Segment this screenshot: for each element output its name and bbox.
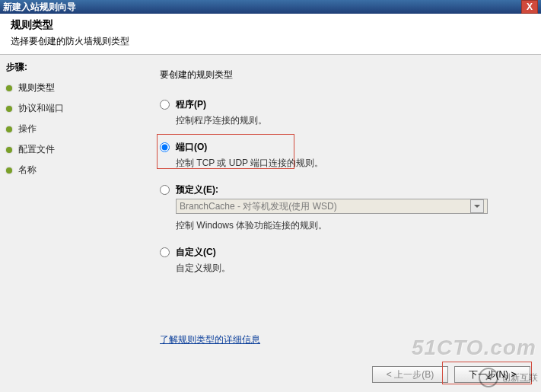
option-custom-label: 自定义(C) [176,246,216,259]
steps-sidebar: 步骤: 规则类型 协议和端口 操作 配置文件 名称 [0,55,146,392]
page-subtitle: 选择要创建的防火墙规则类型 [11,35,530,48]
option-predefined: 预定义(E): BranchCache - 对等机发现(使用 WSD) 控制 W… [160,183,527,232]
option-program-label: 程序(P) [176,98,206,111]
step-bullet-icon [6,106,12,112]
close-icon: X [527,2,533,12]
step-bullet-icon [6,85,12,91]
chevron-down-icon [470,199,484,213]
window-title: 新建入站规则向导 [3,1,521,14]
wizard-window: 新建入站规则向导 X 规则类型 选择要创建的防火墙规则类型 步骤: 规则类型 协… [0,0,541,392]
close-button[interactable]: X [521,0,538,14]
back-button[interactable]: < 上一步(B) [372,366,448,383]
step-label: 配置文件 [18,143,55,156]
next-button[interactable]: 下一步(N) > [454,366,530,383]
radio-predefined[interactable] [160,185,170,195]
option-port-desc: 控制 TCP 或 UDP 端口连接的规则。 [176,157,527,170]
step-name[interactable]: 名称 [6,164,140,177]
option-predefined-row[interactable]: 预定义(E): [160,183,527,196]
option-custom-row[interactable]: 自定义(C) [160,246,527,259]
step-label: 规则类型 [18,81,55,94]
option-custom: 自定义(C) 自定义规则。 [160,246,527,275]
page-title: 规则类型 [11,18,530,32]
steps-heading: 步骤: [6,61,140,74]
step-bullet-icon [6,167,12,174]
step-label: 名称 [18,164,37,177]
step-protocol-port[interactable]: 协议和端口 [6,102,140,115]
option-program: 程序(P) 控制程序连接的规则。 [160,98,527,127]
predefined-combo-value: BranchCache - 对等机发现(使用 WSD) [180,200,470,213]
radio-custom[interactable] [160,247,170,257]
button-bar: < 上一步(B) 下一步(N) > [372,366,530,383]
option-port-row[interactable]: 端口(O) [160,141,527,154]
step-bullet-icon [6,126,12,132]
step-action[interactable]: 操作 [6,123,140,135]
content-prompt: 要创建的规则类型 [160,69,527,81]
step-profile[interactable]: 配置文件 [6,143,140,156]
radio-program[interactable] [160,100,170,110]
titlebar: 新建入站规则向导 X [0,0,541,14]
option-predefined-label: 预定义(E): [176,183,218,196]
wizard-header: 规则类型 选择要创建的防火墙规则类型 [0,14,541,55]
step-label: 协议和端口 [18,102,64,115]
option-program-row[interactable]: 程序(P) [160,98,527,111]
option-port: 端口(O) 控制 TCP 或 UDP 端口连接的规则。 [160,141,527,170]
help-link[interactable]: 了解规则类型的详细信息 [160,333,260,346]
step-rule-type[interactable]: 规则类型 [6,81,140,94]
step-bullet-icon [6,147,12,153]
option-predefined-desc: 控制 Windows 体验功能连接的规则。 [176,219,527,232]
content-pane: 要创建的规则类型 程序(P) 控制程序连接的规则。 端口(O) 控制 TCP 或… [146,55,541,392]
help-link-row: 了解规则类型的详细信息 [160,333,260,346]
option-program-desc: 控制程序连接的规则。 [176,114,527,127]
step-label: 操作 [18,123,37,135]
option-custom-desc: 自定义规则。 [176,262,527,275]
option-port-label: 端口(O) [176,141,207,154]
wizard-body: 步骤: 规则类型 协议和端口 操作 配置文件 名称 要创 [0,55,541,392]
predefined-combo[interactable]: BranchCache - 对等机发现(使用 WSD) [176,199,488,214]
radio-port[interactable] [160,142,170,152]
